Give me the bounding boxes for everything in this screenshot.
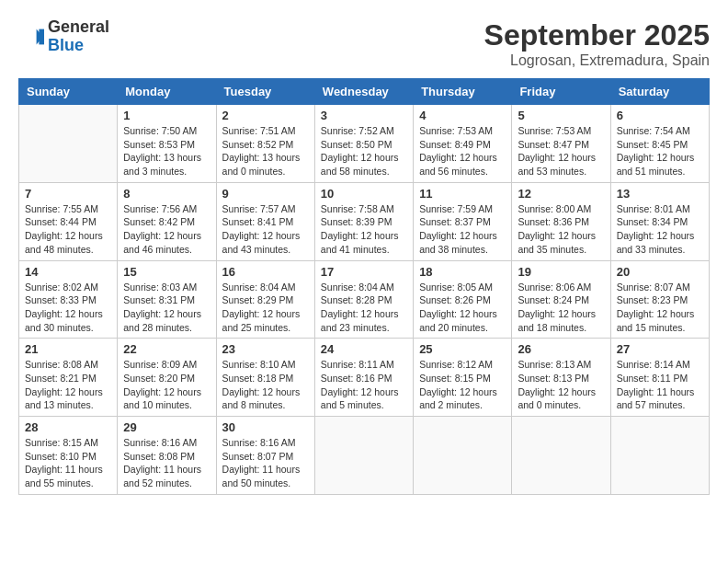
day-info: Sunrise: 8:02 AMSunset: 8:33 PMDaylight:… — [25, 281, 111, 335]
day-number: 5 — [518, 109, 604, 122]
day-info: Sunrise: 8:08 AMSunset: 8:21 PMDaylight:… — [25, 358, 111, 412]
calendar-cell: 9Sunrise: 7:57 AMSunset: 8:41 PMDaylight… — [216, 182, 314, 260]
day-info: Sunrise: 8:10 AMSunset: 8:18 PMDaylight:… — [222, 358, 309, 412]
calendar-cell — [512, 417, 610, 495]
day-number: 28 — [25, 420, 111, 434]
calendar-week-4: 21Sunrise: 8:08 AMSunset: 8:21 PMDayligh… — [19, 339, 710, 417]
title-area: September 2025 Logrosan, Extremadura, Sp… — [484, 18, 710, 69]
day-info: Sunrise: 8:01 AMSunset: 8:34 PMDaylight:… — [617, 202, 703, 257]
calendar-cell: 8Sunrise: 7:56 AMSunset: 8:42 PMDaylight… — [118, 182, 216, 260]
calendar-cell: 27Sunrise: 8:14 AMSunset: 8:11 PMDayligh… — [610, 339, 709, 417]
weekday-thursday: Thursday — [414, 79, 512, 105]
calendar-cell: 6Sunrise: 7:54 AMSunset: 8:45 PMDaylight… — [610, 105, 709, 183]
logo: General Blue — [18, 18, 109, 55]
day-info: Sunrise: 8:16 AMSunset: 8:08 PMDaylight:… — [123, 436, 210, 490]
calendar-cell: 29Sunrise: 8:16 AMSunset: 8:08 PMDayligh… — [118, 417, 216, 495]
calendar-week-1: 1Sunrise: 7:50 AMSunset: 8:53 PMDaylight… — [19, 105, 710, 183]
calendar-cell: 25Sunrise: 8:12 AMSunset: 8:15 PMDayligh… — [414, 339, 512, 417]
day-info: Sunrise: 8:13 AMSunset: 8:13 PMDaylight:… — [518, 358, 604, 412]
calendar-cell — [19, 105, 118, 183]
calendar-cell: 15Sunrise: 8:03 AMSunset: 8:31 PMDayligh… — [118, 260, 216, 339]
calendar-cell: 4Sunrise: 7:53 AMSunset: 8:49 PMDaylight… — [414, 105, 512, 183]
calendar-cell: 1Sunrise: 7:50 AMSunset: 8:53 PMDaylight… — [118, 105, 216, 183]
calendar-week-5: 28Sunrise: 8:15 AMSunset: 8:10 PMDayligh… — [19, 417, 710, 495]
location-title: Logrosan, Extremadura, Spain — [484, 52, 710, 69]
calendar-cell: 23Sunrise: 8:10 AMSunset: 8:18 PMDayligh… — [216, 339, 314, 417]
svg-marker-1 — [39, 29, 44, 44]
day-number: 24 — [321, 342, 407, 356]
day-number: 14 — [25, 265, 111, 279]
day-info: Sunrise: 8:06 AMSunset: 8:24 PMDaylight:… — [518, 281, 604, 335]
weekday-friday: Friday — [512, 79, 610, 105]
calendar-cell: 13Sunrise: 8:01 AMSunset: 8:34 PMDayligh… — [610, 182, 709, 260]
day-number: 3 — [321, 109, 407, 122]
calendar-cell: 30Sunrise: 8:16 AMSunset: 8:07 PMDayligh… — [216, 417, 314, 495]
day-info: Sunrise: 8:04 AMSunset: 8:29 PMDaylight:… — [222, 281, 309, 335]
day-info: Sunrise: 7:52 AMSunset: 8:50 PMDaylight:… — [321, 124, 407, 178]
weekday-sunday: Sunday — [19, 79, 118, 105]
page-header: General Blue September 2025 Logrosan, Ex… — [18, 18, 710, 69]
day-info: Sunrise: 7:57 AMSunset: 8:41 PMDaylight:… — [222, 202, 309, 257]
calendar-cell: 10Sunrise: 7:58 AMSunset: 8:39 PMDayligh… — [314, 182, 413, 260]
day-number: 29 — [123, 420, 210, 434]
day-number: 11 — [419, 187, 506, 201]
calendar-table: SundayMondayTuesdayWednesdayThursdayFrid… — [18, 78, 710, 495]
calendar-cell: 21Sunrise: 8:08 AMSunset: 8:21 PMDayligh… — [19, 339, 118, 417]
day-info: Sunrise: 8:16 AMSunset: 8:07 PMDaylight:… — [222, 436, 309, 490]
day-number: 1 — [123, 109, 210, 122]
weekday-header-row: SundayMondayTuesdayWednesdayThursdayFrid… — [19, 79, 710, 105]
day-info: Sunrise: 8:14 AMSunset: 8:11 PMDaylight:… — [617, 358, 703, 412]
day-number: 4 — [419, 109, 506, 122]
day-info: Sunrise: 8:09 AMSunset: 8:20 PMDaylight:… — [123, 358, 210, 412]
calendar-week-3: 14Sunrise: 8:02 AMSunset: 8:33 PMDayligh… — [19, 260, 710, 339]
day-info: Sunrise: 7:54 AMSunset: 8:45 PMDaylight:… — [617, 124, 703, 178]
calendar-cell: 7Sunrise: 7:55 AMSunset: 8:44 PMDaylight… — [19, 182, 118, 260]
day-number: 8 — [123, 187, 210, 201]
day-info: Sunrise: 7:50 AMSunset: 8:53 PMDaylight:… — [123, 124, 210, 178]
day-number: 30 — [222, 420, 309, 434]
calendar-cell: 20Sunrise: 8:07 AMSunset: 8:23 PMDayligh… — [610, 260, 709, 339]
day-info: Sunrise: 7:53 AMSunset: 8:47 PMDaylight:… — [518, 124, 604, 178]
day-number: 22 — [123, 342, 210, 356]
day-info: Sunrise: 8:07 AMSunset: 8:23 PMDaylight:… — [617, 281, 703, 335]
day-number: 7 — [25, 187, 111, 201]
day-number: 9 — [222, 187, 309, 201]
calendar-cell: 26Sunrise: 8:13 AMSunset: 8:13 PMDayligh… — [512, 339, 610, 417]
calendar-body: 1Sunrise: 7:50 AMSunset: 8:53 PMDaylight… — [19, 105, 710, 495]
day-info: Sunrise: 7:53 AMSunset: 8:49 PMDaylight:… — [419, 124, 506, 178]
day-number: 26 — [518, 342, 604, 356]
calendar-cell: 16Sunrise: 8:04 AMSunset: 8:29 PMDayligh… — [216, 260, 314, 339]
day-number: 19 — [518, 265, 604, 279]
day-number: 21 — [25, 342, 111, 356]
day-number: 15 — [123, 265, 210, 279]
day-number: 12 — [518, 187, 604, 201]
day-info: Sunrise: 7:55 AMSunset: 8:44 PMDaylight:… — [25, 202, 111, 257]
day-info: Sunrise: 8:03 AMSunset: 8:31 PMDaylight:… — [123, 281, 210, 335]
day-number: 23 — [222, 342, 309, 356]
day-number: 10 — [321, 187, 407, 201]
calendar-cell — [414, 417, 512, 495]
calendar-cell — [314, 417, 413, 495]
calendar-cell: 24Sunrise: 8:11 AMSunset: 8:16 PMDayligh… — [314, 339, 413, 417]
day-info: Sunrise: 8:11 AMSunset: 8:16 PMDaylight:… — [321, 358, 407, 412]
month-title: September 2025 — [484, 18, 710, 52]
weekday-tuesday: Tuesday — [216, 79, 314, 105]
logo-blue: Blue — [48, 37, 109, 55]
weekday-wednesday: Wednesday — [314, 79, 413, 105]
day-info: Sunrise: 8:12 AMSunset: 8:15 PMDaylight:… — [419, 358, 506, 412]
day-info: Sunrise: 8:15 AMSunset: 8:10 PMDaylight:… — [25, 436, 111, 490]
calendar-cell: 17Sunrise: 8:04 AMSunset: 8:28 PMDayligh… — [314, 260, 413, 339]
calendar-cell: 5Sunrise: 7:53 AMSunset: 8:47 PMDaylight… — [512, 105, 610, 183]
day-number: 16 — [222, 265, 309, 279]
calendar-cell: 2Sunrise: 7:51 AMSunset: 8:52 PMDaylight… — [216, 105, 314, 183]
day-info: Sunrise: 7:58 AMSunset: 8:39 PMDaylight:… — [321, 202, 407, 257]
day-info: Sunrise: 7:51 AMSunset: 8:52 PMDaylight:… — [222, 124, 309, 178]
day-number: 13 — [617, 187, 703, 201]
day-info: Sunrise: 7:56 AMSunset: 8:42 PMDaylight:… — [123, 202, 210, 257]
weekday-monday: Monday — [118, 79, 216, 105]
day-number: 2 — [222, 109, 309, 122]
calendar-cell: 18Sunrise: 8:05 AMSunset: 8:26 PMDayligh… — [414, 260, 512, 339]
calendar-cell: 3Sunrise: 7:52 AMSunset: 8:50 PMDaylight… — [314, 105, 413, 183]
day-number: 18 — [419, 265, 506, 279]
day-number: 17 — [321, 265, 407, 279]
